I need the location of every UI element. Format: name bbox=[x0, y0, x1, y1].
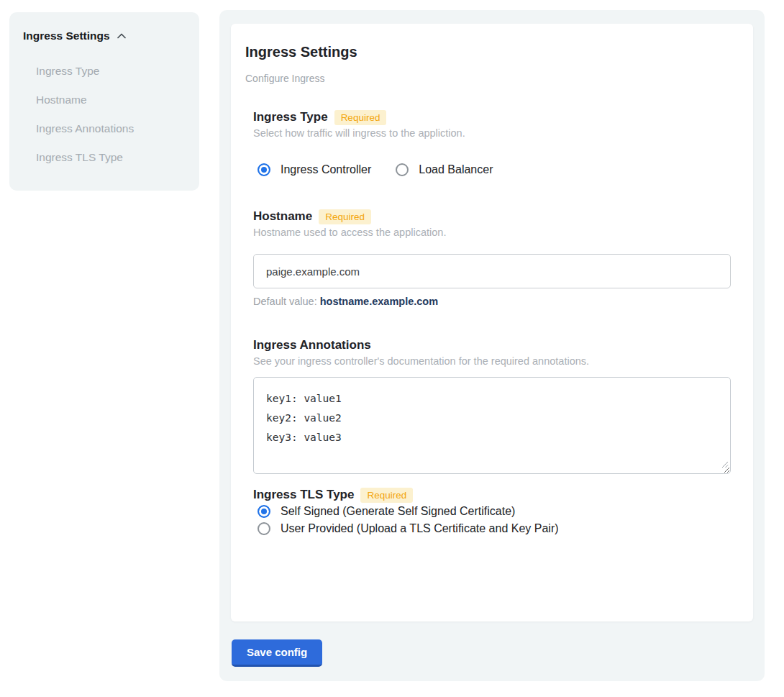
ingress-tls-type-section: Ingress TLS Type Required Self Signed (G… bbox=[253, 487, 731, 537]
radio-option-user-provided[interactable]: User Provided (Upload a TLS Certificate … bbox=[257, 520, 731, 537]
ingress-type-label: Ingress Type bbox=[253, 109, 328, 125]
required-badge: Required bbox=[360, 488, 413, 503]
ingress-type-section: Ingress Type Required Select how traffic… bbox=[253, 109, 731, 178]
radio-option-self-signed[interactable]: Self Signed (Generate Self Signed Certif… bbox=[257, 503, 731, 520]
radio-button-icon[interactable] bbox=[396, 163, 409, 176]
ingress-settings-card: Ingress Settings Configure Ingress Ingre… bbox=[231, 24, 753, 621]
page-subtitle: Configure Ingress bbox=[245, 72, 731, 85]
page-title: Ingress Settings bbox=[245, 43, 731, 60]
sidebar-item-ingress-annotations[interactable]: Ingress Annotations bbox=[36, 114, 186, 143]
radio-option-ingress-controller[interactable]: Ingress Controller bbox=[257, 161, 371, 178]
annotations-textarea[interactable]: key1: value1 key2: value2 key3: value3 bbox=[253, 377, 731, 474]
ingress-type-radio-group: Ingress Controller Load Balancer bbox=[257, 161, 731, 178]
radio-option-load-balancer[interactable]: Load Balancer bbox=[396, 161, 493, 178]
sidebar-section-ingress-settings[interactable]: Ingress Settings bbox=[23, 29, 186, 42]
ingress-tls-radio-group: Self Signed (Generate Self Signed Certif… bbox=[257, 503, 731, 537]
save-config-button[interactable]: Save config bbox=[232, 639, 322, 667]
default-value-text: hostname.example.com bbox=[320, 296, 438, 307]
sidebar-nav: Ingress Type Hostname Ingress Annotation… bbox=[23, 57, 186, 172]
settings-sidebar: Ingress Settings Ingress Type Hostname I… bbox=[9, 12, 199, 191]
hostname-description: Hostname used to access the application. bbox=[253, 226, 731, 239]
ingress-annotations-label: Ingress Annotations bbox=[253, 337, 371, 353]
radio-button-selected-icon[interactable] bbox=[257, 505, 270, 518]
ingress-annotations-description: See your ingress controller's documentat… bbox=[253, 355, 731, 368]
default-value-prefix: Default value: bbox=[253, 296, 320, 307]
sidebar-item-hostname[interactable]: Hostname bbox=[36, 86, 186, 114]
required-badge: Required bbox=[334, 110, 387, 125]
sidebar-item-ingress-type[interactable]: Ingress Type bbox=[36, 57, 186, 86]
settings-panel: Ingress Settings Configure Ingress Ingre… bbox=[219, 10, 765, 681]
ingress-tls-type-label: Ingress TLS Type bbox=[253, 487, 354, 503]
sidebar-item-ingress-tls-type[interactable]: Ingress TLS Type bbox=[36, 143, 186, 172]
hostname-section: Hostname Required Hostname used to acces… bbox=[253, 209, 731, 307]
radio-button-icon[interactable] bbox=[257, 522, 270, 535]
required-badge: Required bbox=[319, 209, 371, 224]
hostname-default-hint: Default value: hostname.example.com bbox=[253, 296, 731, 307]
ingress-type-description: Select how traffic will ingress to the a… bbox=[253, 127, 731, 140]
ingress-annotations-section: Ingress Annotations See your ingress con… bbox=[253, 337, 731, 474]
sidebar-section-title: Ingress Settings bbox=[23, 29, 110, 42]
hostname-label: Hostname bbox=[253, 209, 312, 224]
hostname-input[interactable] bbox=[253, 254, 731, 288]
radio-button-selected-icon[interactable] bbox=[257, 163, 270, 176]
chevron-up-icon bbox=[116, 30, 127, 42]
